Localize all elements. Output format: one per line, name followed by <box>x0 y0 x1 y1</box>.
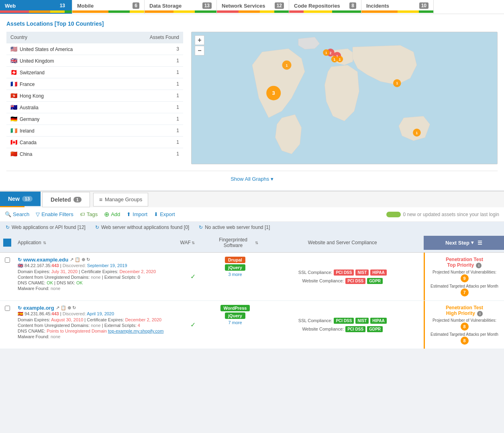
row-waf: ✓ <box>177 253 209 300</box>
external-link-icon[interactable]: ↗ <box>56 305 59 310</box>
app-meta-domains: Content from Unregistered Domains: none … <box>18 323 174 328</box>
tab-network-count: 12 <box>275 2 284 9</box>
col-header-application[interactable]: Application ⇅ <box>14 236 177 249</box>
tab-network-services[interactable]: Network Services 12 <box>217 0 289 14</box>
app-name: ↻ www.example.edu ↗ 📋 ⊕ ↻ <box>18 257 174 263</box>
refresh-app-icon[interactable]: ↻ <box>86 257 90 262</box>
compliance-badge: HIPAA <box>370 270 386 276</box>
app-meta-domain: Domain Expires: July 31, 2020 | Certific… <box>18 269 174 274</box>
fp-sort-icon[interactable]: ⇅ <box>255 241 258 245</box>
green-pill <box>386 212 401 217</box>
add-button[interactable]: ⊕ Add <box>104 210 120 218</box>
toolbar-note: 0 new or updated assets since your last … <box>386 212 499 217</box>
compliance-badge: NIST <box>355 318 369 324</box>
tab-bar <box>173 10 195 13</box>
show-all-graphs-button[interactable]: Show All Graphs ▾ <box>231 176 273 182</box>
summary-text-3: No active web server found [1] <box>205 225 270 230</box>
table-row: ↻ example.org ↗ 📋 ⊕ ↻ 🇪🇸 94.231.86.45:44… <box>0 301 504 349</box>
row-checkbox[interactable] <box>0 253 14 300</box>
fp-more-link[interactable]: 7 more <box>228 320 242 325</box>
tab-bar <box>289 10 304 13</box>
row-checkbox[interactable] <box>0 301 14 349</box>
external-link-icon[interactable]: ↗ <box>70 257 73 262</box>
country-count: 1 <box>122 102 183 113</box>
copy-icon[interactable]: 📋 <box>61 305 66 310</box>
search-button[interactable]: 🔍 Search <box>5 211 29 217</box>
country-count: 1 <box>122 113 183 125</box>
map-zoom-out[interactable]: − <box>195 46 204 55</box>
export-button[interactable]: ⬇ Export <box>154 211 175 217</box>
tab-data-storage[interactable]: Data Storage 13 <box>145 0 217 14</box>
tab-bar <box>361 10 398 13</box>
summary-item-2[interactable]: ↻ Web server without applications found … <box>95 225 189 230</box>
col-header-waf[interactable]: WAF ⇅ <box>177 236 209 249</box>
copy-icon[interactable]: 📋 <box>75 257 80 262</box>
svg-text:1: 1 <box>416 131 418 135</box>
checkbox-input[interactable] <box>5 306 10 311</box>
summary-item-1[interactable]: ↻ Web applications or API found [12] <box>6 225 86 230</box>
ssl-compliance-row: SSL Compliance: PCI DSSNISTHIPAA <box>298 318 387 324</box>
map-svg: 3 1 2 1 1 1 1 1 <box>192 32 497 164</box>
app-meta-dns: DNS CNAME: OK | DNS MX: OK <box>18 280 174 285</box>
table-header: Application ⇅ WAF ⇅ Fingerprinted Softwa… <box>0 233 504 253</box>
refresh-icon: ↻ <box>18 257 22 263</box>
country-count: 1 <box>122 67 183 78</box>
add-note-icon[interactable]: ⊕ <box>67 305 71 310</box>
vuln-count: 8 <box>461 323 469 331</box>
search-icon: 🔍 <box>5 211 11 217</box>
tags-button[interactable]: 🏷 Tags <box>80 211 98 217</box>
tab-code-repos[interactable]: Code Repositories 8 <box>289 0 361 14</box>
app-link[interactable]: example.org <box>23 305 54 311</box>
waf-sort-icon[interactable]: ⇅ <box>192 241 195 245</box>
country-row: 🇩🇪Germany 1 <box>6 113 183 125</box>
col-header-fingerprinted[interactable]: Fingerprinted Software ⇅ <box>209 233 261 252</box>
info-icon[interactable]: i <box>476 263 482 268</box>
enable-filters-button[interactable]: ▽ Enable Filters <box>36 211 73 217</box>
import-button[interactable]: ⬆ Import <box>127 211 147 217</box>
app-action-icons: ↗ 📋 ⊕ ↻ <box>70 257 90 262</box>
attack-info: Estimated Targeted Attacks per Month 8 <box>428 332 501 345</box>
tab-network-label: Network Services <box>222 3 265 9</box>
export-icon: ⬇ <box>154 211 158 217</box>
country-name: 🇨🇦Canada <box>6 137 122 148</box>
info-icon[interactable]: i <box>477 311 483 317</box>
country-name: 🇦🇺Australia <box>6 102 122 113</box>
fp-badge: jQuery <box>225 264 245 271</box>
col-header-compliance: Website and Server Compliance <box>261 236 424 249</box>
country-name: 🇨🇳China <box>6 148 122 160</box>
row-next-step: Penetration TestTop Priority i Projected… <box>424 253 504 300</box>
table-row: ↻ www.example.edu ↗ 📋 ⊕ ↻ 🇬🇧 84.22.167.3… <box>0 253 504 301</box>
ssl-compliance-label: SSL Compliance: <box>298 270 333 275</box>
tab-bar <box>0 10 29 13</box>
priority-label: Penetration TestHigh Priority i <box>428 305 501 317</box>
tab-web[interactable]: Web 13 <box>0 0 72 14</box>
main-content: Assets Locations [Top 10 Countries] Coun… <box>0 14 504 190</box>
col-header-next-step[interactable]: Next Step ▾ ☰ <box>424 236 504 250</box>
summary-item-3[interactable]: ↻ No active web server found [1] <box>199 225 270 230</box>
refresh-app-icon[interactable]: ↻ <box>72 305 76 310</box>
tab-web-label: Web <box>5 3 16 9</box>
compliance-badge: NIST <box>355 270 369 276</box>
tab-datastorage-count: 13 <box>202 2 212 9</box>
checkbox-input[interactable] <box>5 257 10 263</box>
manage-groups-button[interactable]: ≡ Manage Groups <box>93 193 148 206</box>
tab-incidents[interactable]: Incidents 10 <box>361 0 434 14</box>
add-note-icon[interactable]: ⊕ <box>82 257 85 262</box>
fp-more-link[interactable]: 3 more <box>228 272 242 277</box>
row-fingerprinted: WordPressjQuery 7 more <box>209 301 261 349</box>
application-sort-icon[interactable]: ⇅ <box>43 241 46 245</box>
waf-checkmark: ✓ <box>190 273 196 280</box>
next-step-dropdown-icon[interactable]: ▾ <box>471 240 473 245</box>
vuln-count: 9 <box>461 274 469 282</box>
tab-mobile[interactable]: Mobile 6 <box>72 0 145 14</box>
next-step-menu-icon[interactable]: ☰ <box>477 240 482 246</box>
country-name: 🇫🇷France <box>6 78 122 90</box>
app-link[interactable]: www.example.edu <box>23 257 68 263</box>
tab-bar <box>398 10 419 13</box>
map-zoom-in[interactable]: + <box>195 35 204 45</box>
col-header-check <box>0 235 14 251</box>
tab-deleted[interactable]: Deleted 1 <box>42 192 90 207</box>
tab-new[interactable]: New 13 <box>0 192 41 206</box>
country-row: 🇨🇦Canada 1 <box>6 137 183 148</box>
assets-table: Country Assets Found 🇺🇸United States of … <box>6 32 183 159</box>
